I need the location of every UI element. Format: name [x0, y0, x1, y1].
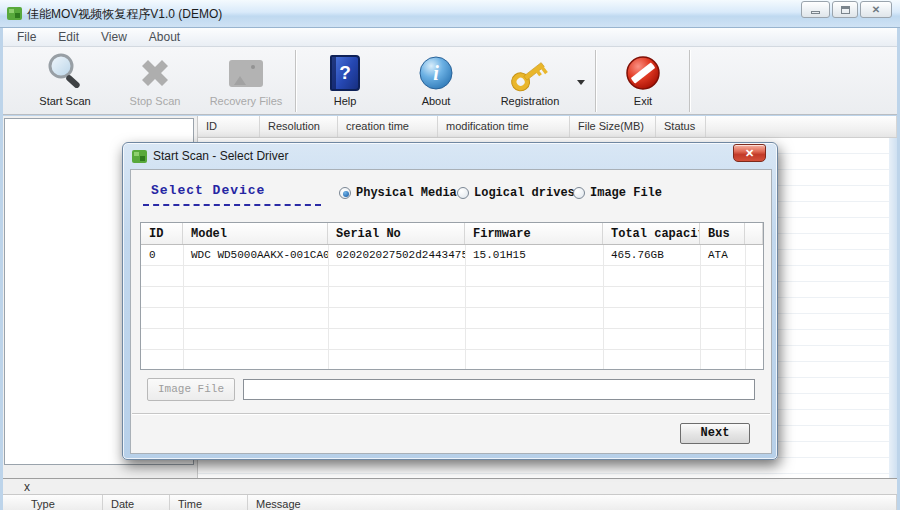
col-modification-time[interactable]: modification time — [438, 116, 570, 137]
app-icon — [7, 6, 22, 21]
about-button[interactable]: i Registration About — [394, 51, 478, 111]
col-filler — [706, 116, 897, 137]
stop-x-icon — [111, 51, 199, 95]
vertical-scrollbar[interactable] — [889, 138, 897, 478]
registration-button[interactable]: Registration — [483, 51, 577, 111]
toolbar-separator — [689, 50, 690, 112]
book-question-icon: ? — [303, 51, 387, 95]
dcol-id[interactable]: ID — [141, 223, 183, 244]
dcol-model[interactable]: Model — [183, 223, 328, 244]
toolbar: Start Scan Stop Scan Recovery Files ? He… — [3, 47, 897, 115]
window-title: 佳能MOV视频恢复程序V1.0 (DEMO) — [27, 6, 222, 23]
results-table-header: ID Resolution creation time modification… — [198, 116, 897, 138]
recovery-files-button: Recovery Files — [199, 51, 293, 111]
radio-icon — [457, 187, 469, 199]
log-panel: x Type Date Time Message — [3, 478, 897, 510]
dialog-icon — [132, 149, 147, 164]
toolbar-separator — [595, 50, 596, 112]
select-device-underline — [143, 204, 321, 206]
image-file-button: Image File — [147, 378, 235, 401]
device-table-header: ID Model Serial No Firmware Total capaci… — [141, 223, 763, 245]
start-scan-button[interactable]: Start Scan — [21, 51, 109, 111]
menu-file[interactable]: File — [17, 30, 36, 44]
log-close-button[interactable]: x — [24, 480, 30, 494]
log-table-header: Type Date Time Message — [3, 494, 897, 510]
menu-edit[interactable]: Edit — [58, 30, 79, 44]
stop-scan-button: Stop Scan — [111, 51, 199, 111]
maximize-button[interactable] — [832, 1, 858, 18]
registration-dropdown-arrow-icon[interactable] — [577, 80, 585, 85]
dialog-body: Select Device Physical Media Logical dri… — [130, 169, 772, 454]
dcol-capacity[interactable]: Total capacity — [603, 223, 700, 244]
dialog-titlebar: Start Scan - Select Driver ✕ — [123, 143, 777, 169]
log-col-message[interactable]: Message — [248, 495, 897, 510]
maximize-icon — [841, 6, 850, 14]
radio-icon — [573, 187, 585, 199]
toolbar-separator — [295, 50, 296, 112]
dialog-close-button[interactable]: ✕ — [733, 144, 766, 162]
log-col-type[interactable]: Type — [3, 495, 103, 510]
app-window: 佳能MOV视频恢复程序V1.0 (DEMO) ✕ File Edit View … — [0, 0, 900, 510]
no-entry-icon — [603, 51, 683, 95]
col-id[interactable]: ID — [198, 116, 260, 137]
menu-view[interactable]: View — [101, 30, 127, 44]
camera-icon — [199, 51, 293, 95]
info-sphere-icon: i — [394, 51, 478, 95]
radio-icon — [339, 187, 351, 199]
magnifier-icon — [21, 51, 109, 95]
svg-text:i: i — [433, 62, 439, 84]
log-col-time[interactable]: Time — [170, 495, 248, 510]
next-button[interactable]: Next — [680, 423, 750, 444]
device-table-body: 0 WDC WD5000AAKX-001CA0 020202027502d244… — [141, 245, 763, 369]
dcol-firmware[interactable]: Firmware — [465, 223, 603, 244]
dialog-title: Start Scan - Select Driver — [153, 149, 288, 163]
radio-logical-drives[interactable]: Logical drives — [457, 186, 575, 200]
dcol-serial[interactable]: Serial No — [328, 223, 465, 244]
device-table: ID Model Serial No Firmware Total capaci… — [140, 222, 764, 370]
radio-physical-media[interactable]: Physical Media — [339, 186, 457, 200]
dialog-close-icon: ✕ — [745, 147, 754, 159]
minimize-icon — [811, 11, 820, 14]
col-resolution[interactable]: Resolution — [260, 116, 338, 137]
help-button[interactable]: ? Help — [303, 51, 387, 111]
select-driver-dialog: Start Scan - Select Driver ✕ Select Devi… — [122, 142, 778, 460]
close-button[interactable]: ✕ — [860, 1, 892, 18]
dcol-bus[interactable]: Bus — [700, 223, 745, 244]
image-file-input[interactable] — [243, 379, 755, 400]
device-row[interactable]: 0 WDC WD5000AAKX-001CA0 020202027502d244… — [141, 245, 763, 266]
close-icon: ✕ — [872, 5, 880, 15]
log-col-date[interactable]: Date — [103, 495, 170, 510]
minimize-button[interactable] — [801, 1, 830, 18]
dialog-divider — [132, 413, 770, 414]
key-icon — [483, 51, 577, 95]
media-type-radio-group: Physical Media Logical drives Image File — [131, 186, 771, 202]
dcol-filler — [745, 223, 763, 244]
col-status[interactable]: Status — [656, 116, 706, 137]
exit-button[interactable]: Exit — [603, 51, 683, 111]
radio-image-file[interactable]: Image File — [573, 186, 662, 200]
titlebar: 佳能MOV视频恢复程序V1.0 (DEMO) ✕ — [0, 0, 900, 28]
menu-about[interactable]: About — [149, 30, 180, 44]
window-controls: ✕ — [801, 1, 892, 18]
col-creation-time[interactable]: creation time — [338, 116, 438, 137]
menubar: File Edit View About — [3, 28, 897, 47]
col-file-size[interactable]: File Size(MB) — [570, 116, 656, 137]
